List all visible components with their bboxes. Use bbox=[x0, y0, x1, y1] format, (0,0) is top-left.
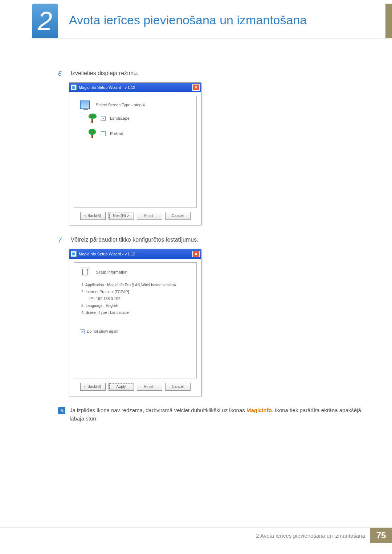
option-landscape[interactable]: ✓ Landscape bbox=[88, 114, 191, 123]
step-text: Vēlreiz pārbaudiet tikko konfigurētos ie… bbox=[70, 237, 198, 243]
content-area: 6 Izvēlieties displeja režīmu. MagicInfo… bbox=[58, 69, 363, 423]
monitor-icon bbox=[80, 100, 90, 109]
titlebar: MagicInfo Setup Wizard - v.1.12 × bbox=[69, 249, 201, 259]
header-stripe bbox=[385, 4, 392, 38]
do-not-show-row: ✓ Do not show again bbox=[80, 329, 191, 335]
dialog-body: Setup Information 1. Application : Magic… bbox=[69, 259, 201, 396]
panel: Setup Information 1. Application : Magic… bbox=[74, 262, 197, 378]
note: ✎ Ja izpildes ikona nav redzama, darbvir… bbox=[58, 406, 363, 423]
chapter-number: 2 bbox=[38, 6, 52, 36]
panel-title: Setup Information bbox=[96, 269, 127, 275]
titlebar: MagicInfo Setup Wizard - v.1.12 × bbox=[69, 83, 201, 92]
header-divider bbox=[31, 38, 392, 38]
info-line: 1. Application : MagicInfo Pro [LAN,WAN … bbox=[81, 282, 191, 288]
button-row: < Back(B) Apply Finish Cancel bbox=[74, 383, 197, 391]
panel-title: Select Screen Type - step 4 bbox=[96, 102, 145, 108]
panel: Select Screen Type - step 4 ✓ Landscape bbox=[74, 96, 197, 208]
page-number: 75 bbox=[370, 528, 392, 543]
cancel-button[interactable]: Cancel bbox=[165, 212, 191, 220]
setup-info-list: 1. Application : MagicInfo Pro [LAN,WAN … bbox=[80, 282, 191, 316]
app-icon bbox=[71, 85, 77, 90]
info-line: 4. Screen Type : Landscape bbox=[81, 309, 191, 316]
checkbox-portrait[interactable] bbox=[101, 131, 106, 136]
option-portrait[interactable]: Portrait bbox=[88, 129, 191, 138]
close-icon[interactable]: × bbox=[192, 84, 200, 91]
option-label: Landscape bbox=[110, 115, 130, 122]
info-line: 2. Internet Protocol [TCP/IP] bbox=[81, 288, 191, 295]
step-7: 7 Vēlreiz pārbaudiet tikko konfigurētos … bbox=[58, 235, 363, 245]
window-title: MagicInfo Setup Wizard - v.1.12 bbox=[79, 251, 192, 257]
back-button[interactable]: < Back(B) bbox=[80, 212, 106, 220]
tree-icon bbox=[88, 114, 97, 123]
note-before: Ja izpildes ikona nav redzama, darbvirsm… bbox=[70, 407, 246, 413]
window-title: MagicInfo Setup Wizard - v.1.12 bbox=[79, 85, 192, 91]
dialog-screen-type: MagicInfo Setup Wizard - v.1.12 × Select… bbox=[69, 82, 201, 225]
step-text: Izvēlieties displeja režīmu. bbox=[70, 70, 138, 76]
note-highlight: MagicInfo bbox=[246, 407, 272, 413]
next-button[interactable]: Next(N) > bbox=[109, 212, 134, 220]
finish-button[interactable]: Finish bbox=[137, 383, 162, 391]
close-icon[interactable]: × bbox=[192, 251, 200, 257]
info-line: IP : 192.168.0.102 bbox=[81, 295, 191, 302]
footer-text: 2 Avota ierīces pievienošana un izmantoš… bbox=[256, 533, 370, 539]
step-number: 7 bbox=[58, 235, 69, 245]
checkbox-landscape[interactable]: ✓ bbox=[101, 116, 106, 121]
footer: 2 Avota ierīces pievienošana un izmantoš… bbox=[256, 528, 392, 543]
option-label: Portrait bbox=[110, 131, 123, 137]
app-icon bbox=[71, 251, 77, 257]
note-icon: ✎ bbox=[58, 407, 65, 414]
apply-button[interactable]: Apply bbox=[109, 383, 134, 391]
panel-header: Select Screen Type - step 4 bbox=[80, 100, 191, 109]
info-icon bbox=[80, 267, 90, 277]
button-row: < Back(B) Next(N) > Finish Cancel bbox=[74, 212, 197, 220]
dialog-setup-info: MagicInfo Setup Wizard - v.1.12 × Setup … bbox=[69, 249, 201, 396]
info-line: 3. Language : English bbox=[81, 302, 191, 309]
tree-icon bbox=[88, 129, 97, 138]
chapter-title: Avota ierīces pievienošana un izmantošan… bbox=[69, 13, 307, 27]
step-number: 6 bbox=[58, 69, 69, 79]
cancel-button[interactable]: Cancel bbox=[165, 383, 191, 391]
checkbox-no-show[interactable]: ✓ bbox=[80, 329, 85, 334]
panel-header: Setup Information bbox=[80, 267, 191, 277]
dialog-body: Select Screen Type - step 4 ✓ Landscape bbox=[69, 92, 201, 225]
chapter-tab: 2 bbox=[32, 4, 58, 38]
back-button[interactable]: < Back(B) bbox=[80, 383, 106, 391]
note-text: Ja izpildes ikona nav redzama, darbvirsm… bbox=[70, 406, 363, 423]
no-show-label: Do not show again bbox=[87, 329, 118, 335]
finish-button[interactable]: Finish bbox=[137, 212, 162, 220]
step-6: 6 Izvēlieties displeja režīmu. bbox=[58, 69, 363, 79]
